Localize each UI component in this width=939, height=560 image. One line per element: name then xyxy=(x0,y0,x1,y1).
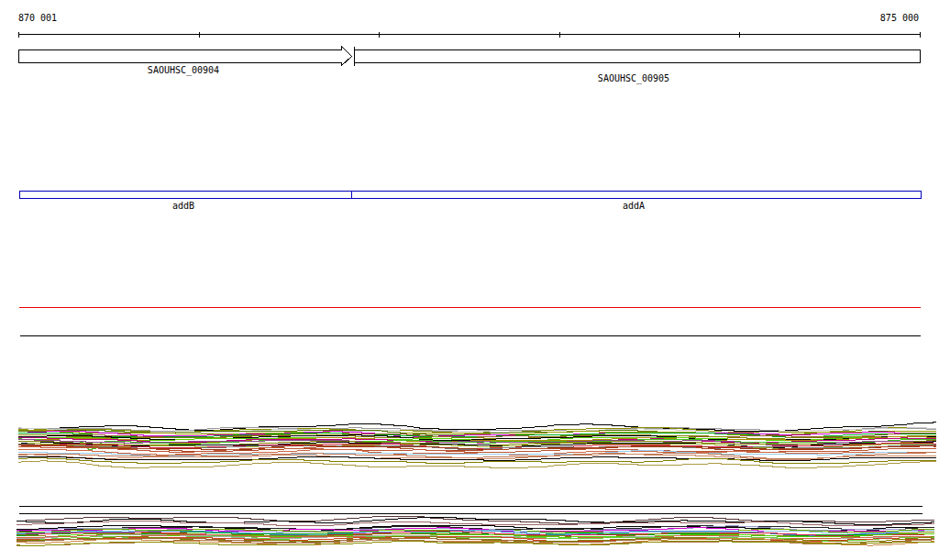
coordinate-ruler xyxy=(19,32,921,38)
plot-series-line xyxy=(18,461,936,468)
ruler-end-coordinate: 875 000 xyxy=(880,13,919,23)
plot-series-line xyxy=(17,517,934,524)
feature-box[interactable] xyxy=(20,192,352,199)
feature-track xyxy=(20,192,922,199)
gene-label-saouhsc-00905: SAOUHSC_00905 xyxy=(598,73,669,84)
gene-track xyxy=(19,47,921,66)
gene-box[interactable] xyxy=(355,50,921,63)
feature-box[interactable] xyxy=(352,192,922,199)
genome-plot-canvas: 870 001 875 000 SAOUHSC_00904 SAOUHSC_00… xyxy=(0,0,939,560)
gene-label-saouhsc-00904: SAOUHSC_00904 xyxy=(148,65,219,76)
multi-series-plot-upper xyxy=(18,423,936,468)
ruler-start-coordinate: 870 001 xyxy=(18,13,57,23)
baseline-lines xyxy=(19,308,922,514)
gene-box-arrow[interactable] xyxy=(19,47,352,66)
feature-label-adda: addA xyxy=(623,201,645,211)
multi-series-plot-lower xyxy=(17,517,934,546)
plot-series-line xyxy=(17,522,934,526)
genome-browser-view: 870 001 875 000 SAOUHSC_00904 SAOUHSC_00… xyxy=(0,0,939,560)
feature-label-addb: addB xyxy=(172,201,194,211)
multi-series-plots xyxy=(17,423,936,546)
plot-series-line xyxy=(18,423,936,432)
